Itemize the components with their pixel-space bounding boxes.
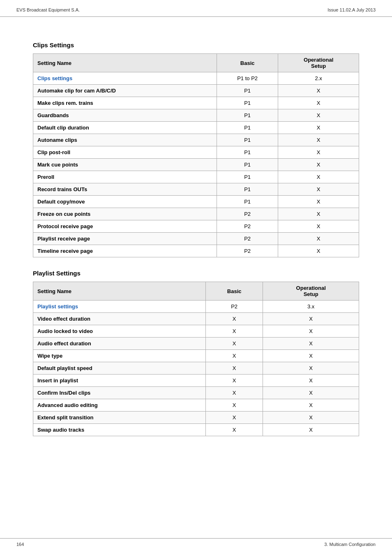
table-row: Clip post-rollP1X: [33, 146, 359, 159]
setting-name-cell: Insert in playlist: [33, 375, 206, 387]
table-row: Clips settingsP1 to P22.x: [33, 72, 359, 85]
setting-name-cell: Audio locked to video: [33, 325, 206, 338]
operational-cell: X: [278, 85, 359, 97]
operational-cell: X: [263, 387, 359, 399]
setting-name-link[interactable]: Playlist settings: [37, 303, 78, 310]
operational-cell: X: [263, 313, 359, 325]
setting-name-cell: Freeze on cue points: [33, 208, 217, 220]
table-row: Protocol receive pageP2X: [33, 220, 359, 233]
operational-cell: X: [278, 159, 359, 171]
table-row: Default clip durationP1X: [33, 122, 359, 134]
operational-cell: X: [263, 338, 359, 350]
basic-cell: P2: [217, 208, 278, 220]
setting-name-cell: Make clips rem. trains: [33, 97, 217, 109]
setting-name-cell: Default clip duration: [33, 122, 217, 134]
clips-table-header-row: Setting Name Basic OperationalSetup: [33, 54, 359, 72]
playlist-section-title: Playlist Settings: [33, 270, 359, 277]
operational-cell: X: [263, 399, 359, 412]
operational-cell: 2.x: [278, 72, 359, 85]
playlist-table: Setting Name Basic OperationalSetup Play…: [33, 282, 359, 436]
table-row: Automake clip for cam A/B/C/DP1X: [33, 85, 359, 97]
setting-name-cell: Autoname clips: [33, 134, 217, 146]
basic-cell: X: [205, 424, 263, 436]
setting-name-cell: Swap audio tracks: [33, 424, 206, 436]
table-row: Swap audio tracksXX: [33, 424, 359, 436]
basic-cell: X: [205, 313, 263, 325]
basic-cell: P1: [217, 146, 278, 159]
table-row: Playlist receive pageP2X: [33, 233, 359, 245]
operational-cell: X: [263, 362, 359, 375]
setting-name-cell: Record trains OUTs: [33, 183, 217, 196]
table-row: Wipe typeXX: [33, 350, 359, 362]
setting-name-cell: Clip post-roll: [33, 146, 217, 159]
table-row: Advanced audio editingXX: [33, 399, 359, 412]
table-row: Audio effect durationXX: [33, 338, 359, 350]
table-row: Freeze on cue pointsP2X: [33, 208, 359, 220]
basic-cell: P1: [217, 122, 278, 134]
basic-cell: P2: [217, 233, 278, 245]
operational-cell: X: [278, 196, 359, 208]
clips-table: Setting Name Basic OperationalSetup Clip…: [33, 53, 359, 257]
basic-cell: P2: [205, 301, 263, 313]
table-row: Insert in playlistXX: [33, 375, 359, 387]
operational-cell: X: [263, 424, 359, 436]
playlist-section: Playlist Settings Setting Name Basic Ope…: [33, 270, 359, 436]
table-row: Extend split transitionXX: [33, 412, 359, 424]
basic-cell: X: [205, 399, 263, 412]
table-row: Record trains OUTsP1X: [33, 183, 359, 196]
operational-cell: X: [278, 97, 359, 109]
setting-name-cell: Guardbands: [33, 109, 217, 122]
basic-cell: P1 to P2: [217, 72, 278, 85]
table-row: Timeline receive pageP2X: [33, 245, 359, 257]
operational-cell: X: [263, 325, 359, 338]
clips-section: Clips Settings Setting Name Basic Operat…: [33, 42, 359, 257]
basic-cell: P2: [217, 220, 278, 233]
main-content: Clips Settings Setting Name Basic Operat…: [0, 17, 392, 473]
header-right: Issue 11.02.A July 2013: [327, 7, 376, 12]
operational-cell: X: [278, 171, 359, 183]
basic-cell: P1: [217, 183, 278, 196]
setting-name-cell[interactable]: Clips settings: [33, 72, 217, 85]
operational-cell: X: [278, 183, 359, 196]
footer-right: 3. Multicam Configuration: [324, 542, 376, 547]
basic-cell: X: [205, 387, 263, 399]
setting-name-cell[interactable]: Playlist settings: [33, 301, 206, 313]
footer-left: 164: [16, 542, 24, 547]
playlist-col1-header: Setting Name: [33, 282, 206, 301]
setting-name-link[interactable]: Clips settings: [37, 75, 72, 81]
setting-name-cell: Confirm Ins/Del clips: [33, 387, 206, 399]
table-row: Mark cue pointsP1X: [33, 159, 359, 171]
operational-cell: X: [278, 245, 359, 257]
basic-cell: X: [205, 325, 263, 338]
operational-cell: X: [263, 375, 359, 387]
header-left: EVS Broadcast Equipment S.A.: [16, 7, 80, 12]
playlist-table-header-row: Setting Name Basic OperationalSetup: [33, 282, 359, 301]
basic-cell: P1: [217, 109, 278, 122]
playlist-col2-header: Basic: [205, 282, 263, 301]
basic-cell: X: [205, 412, 263, 424]
setting-name-cell: Advanced audio editing: [33, 399, 206, 412]
basic-cell: X: [205, 362, 263, 375]
table-row: Audio locked to videoXX: [33, 325, 359, 338]
basic-cell: P2: [217, 245, 278, 257]
playlist-col3-header: OperationalSetup: [263, 282, 359, 301]
table-row: Playlist settingsP23.x: [33, 301, 359, 313]
table-row: Default playlist speedXX: [33, 362, 359, 375]
basic-cell: P1: [217, 97, 278, 109]
setting-name-cell: Automake clip for cam A/B/C/D: [33, 85, 217, 97]
basic-cell: P1: [217, 134, 278, 146]
basic-cell: X: [205, 375, 263, 387]
operational-cell: X: [278, 109, 359, 122]
operational-cell: X: [278, 134, 359, 146]
clips-col3-header: OperationalSetup: [278, 54, 359, 72]
table-row: Video effect durationXX: [33, 313, 359, 325]
operational-cell: X: [278, 208, 359, 220]
setting-name-cell: Protocol receive page: [33, 220, 217, 233]
setting-name-cell: Default playlist speed: [33, 362, 206, 375]
setting-name-cell: Mark cue points: [33, 159, 217, 171]
table-row: Default copy/moveP1X: [33, 196, 359, 208]
basic-cell: P1: [217, 159, 278, 171]
basic-cell: P1: [217, 171, 278, 183]
page-header: EVS Broadcast Equipment S.A. Issue 11.02…: [0, 0, 392, 17]
page-footer: 164 3. Multicam Configuration: [0, 538, 392, 547]
